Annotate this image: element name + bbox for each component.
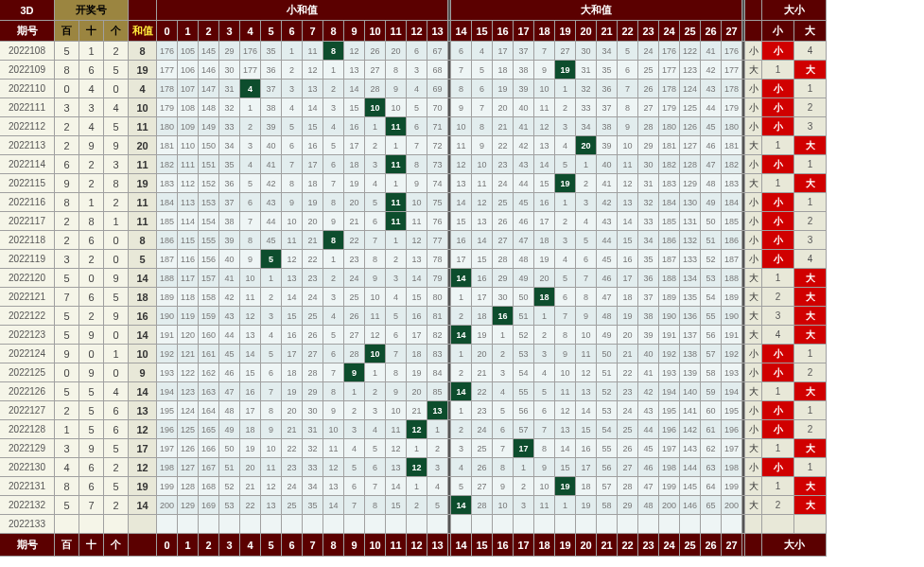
trend-cell: 15 [451,212,472,231]
draw-digit: 4 [79,117,104,136]
trend-cell: 7 [240,212,261,231]
sum-value: 11 [129,155,157,174]
trend-cell: 152 [199,174,219,193]
trend-cell: 20 [240,458,261,477]
trend-cell: 44 [638,420,659,439]
dx-label: 大 [745,288,762,307]
trend-cell [407,515,427,534]
trend-cell: 1 [282,42,303,61]
trend-cell: 181 [659,136,680,155]
trend-cell: 26 [493,212,514,231]
hdr-kjh: 开奖号 [55,0,129,21]
trend-cell: 38 [638,307,659,326]
trend-cell: 17 [407,326,427,345]
dx-label: 小 [745,155,762,174]
trend-cell: 13 [576,382,597,401]
trend-cell: 1 [323,250,344,269]
trend-cell: 128 [178,477,199,496]
trend-cell: 21 [493,117,514,136]
period: 2022129 [0,439,55,458]
trend-cell: 14 [282,288,303,307]
col-b-15: 15 [472,21,493,42]
trend-cell: 192 [659,345,680,363]
draw-digit: 0 [55,363,79,382]
trend-cell [386,515,407,534]
trend-cell: 37 [638,288,659,307]
trend-cell: 51 [701,231,722,250]
draw-digit: 5 [55,496,79,515]
trend-cell: 14 [407,269,427,288]
trend-cell: 2 [576,174,597,193]
trend-cell: 7 [407,136,427,155]
hit-cell: 10 [365,345,386,363]
trend-cell: 5 [365,439,386,458]
trend-cell: 12 [282,250,303,269]
trend-cell: 55 [701,307,722,326]
hit-cell: 10 [365,98,386,117]
hdr-xiao: 小 [762,21,794,42]
trend-cell: 8 [323,382,344,401]
trend-cell: 15 [240,363,261,382]
dx-label: 大 [745,477,762,496]
trend-cell: 12 [240,307,261,326]
hit-cell: 16 [493,307,514,326]
sum-value: 11 [129,117,157,136]
trend-cell: 136 [680,307,701,326]
trend-cell: 40 [261,136,282,155]
trend-cell: 3 [344,420,365,439]
trend-cell: 42 [638,382,659,401]
trend-cell: 187 [157,250,178,269]
trend-cell: 1 [451,401,472,420]
sum-value [129,515,157,534]
trend-cell: 127 [178,458,199,477]
trend-cell: 56 [701,326,722,345]
trend-cell: 13 [555,420,576,439]
trend-cell: 35 [638,250,659,269]
draw-digit: 8 [79,212,104,231]
trend-cell: 5 [493,401,514,420]
trend-cell: 12 [344,42,365,61]
hdr-dx: 大小 [762,0,827,21]
trend-cell: 194 [659,382,680,401]
draw-digit: 6 [104,401,129,420]
trend-cell: 24 [472,420,493,439]
trend-cell: 11 [303,42,323,61]
draw-digit: 2 [104,193,129,212]
hit-cell: 17 [514,439,534,458]
draw-digit: 3 [55,98,79,117]
trend-cell: 142 [680,420,701,439]
trend-cell: 145 [680,477,701,496]
sum-value: 17 [129,439,157,458]
sum-value: 10 [129,345,157,363]
dx-label: 小 [745,212,762,231]
trend-cell: 8 [472,117,493,136]
trend-cell: 7 [282,155,303,174]
draw-digit: 9 [104,136,129,155]
trend-cell: 149 [199,117,219,136]
trend-cell: 4 [240,155,261,174]
trend-cell: 75 [427,193,448,212]
draw-digit: 5 [55,42,79,61]
dx-label: 小 [745,345,762,363]
dx-label: 大 [745,61,762,80]
xiao-cell: 小 [762,420,794,439]
trend-cell: 30 [638,155,659,174]
da-cell: 大 [794,326,827,345]
trend-cell: 15 [576,420,597,439]
sum-value: 10 [129,98,157,117]
trend-cell: 4 [555,136,576,155]
trend-cell: 62 [701,439,722,458]
trend-cell: 138 [680,345,701,363]
trend-cell: 3 [555,117,576,136]
trend-cell: 156 [199,250,219,269]
period: 2022125 [0,363,55,382]
trend-cell: 188 [659,269,680,288]
da-cell: 2 [794,363,827,382]
trend-cell: 38 [261,98,282,117]
trend-cell: 188 [157,269,178,288]
trend-cell: 112 [178,174,199,193]
trend-cell: 19 [282,382,303,401]
trend-cell: 28 [344,345,365,363]
da-cell: 大 [794,496,827,515]
trend-cell: 158 [199,288,219,307]
